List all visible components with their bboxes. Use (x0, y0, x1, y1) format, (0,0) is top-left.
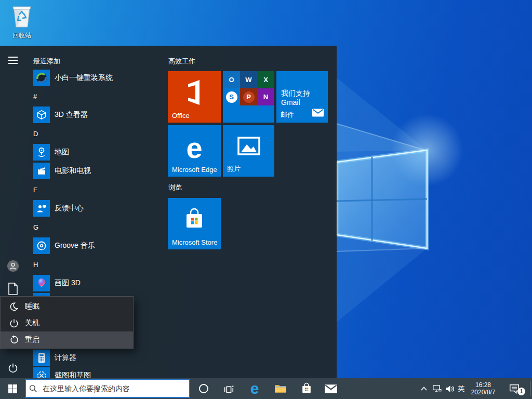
edge-taskbar-button[interactable]: e (244, 378, 265, 399)
power-menu-label: 关机 (25, 318, 39, 328)
user-account-button[interactable] (6, 259, 20, 273)
tile-label: 邮件 (281, 110, 294, 119)
app-item-label: 电影和电视 (55, 166, 91, 176)
network-ethernet-icon (432, 384, 442, 393)
language-indicator[interactable]: 英 (455, 378, 468, 399)
section-f[interactable]: F (33, 185, 37, 194)
outlook-icon: O (223, 71, 240, 88)
3d-viewer-icon (33, 107, 50, 123)
taskbar-search-box[interactable] (25, 379, 190, 398)
excel-icon: X (257, 71, 274, 88)
power-menu-shutdown[interactable]: 关机 (1, 315, 133, 331)
paint-3d-icon (33, 275, 50, 291)
recently-added-header: 最近添加 (33, 57, 60, 66)
document-icon (8, 283, 18, 295)
app-item-maps[interactable]: 地图 (33, 144, 163, 161)
start-menu: 最近添加 小白一键重装系统 # 3D 查看器 D 地图 电影和电视 (0, 46, 337, 378)
search-input[interactable] (42, 384, 186, 393)
store-taskbar-button[interactable] (296, 378, 317, 399)
app-item-label: Groove 音乐 (55, 241, 95, 250)
power-button[interactable] (6, 361, 20, 375)
volume-tray-button[interactable] (444, 378, 456, 399)
groove-music-icon (33, 237, 50, 254)
tile-photos[interactable]: 照片 (223, 125, 274, 177)
photos-icon (223, 137, 274, 155)
mail-live-text: 我们支持 Gmail (281, 89, 328, 107)
power-menu-sleep[interactable]: 睡眠 (1, 298, 133, 315)
app-item-label: 画图 3D (55, 278, 81, 288)
mail-icon (325, 384, 337, 393)
skype-icon: S (223, 88, 240, 105)
section-g[interactable]: G (33, 222, 38, 232)
recycle-bin-label: 回收站 (5, 31, 38, 40)
cortana-button[interactable] (193, 378, 214, 399)
app-item-calculator[interactable]: 计算器 (33, 350, 163, 366)
snip-sketch-icon (33, 367, 50, 378)
tile-label: Microsoft Store (172, 238, 217, 246)
shutdown-power-icon (9, 318, 19, 328)
hamburger-icon (8, 57, 18, 64)
app-item-label: 计算器 (55, 353, 76, 363)
speaker-icon (445, 384, 455, 393)
tile-edge[interactable]: e Microsoft Edge (168, 125, 221, 177)
app-item-label: 地图 (55, 148, 69, 157)
cortana-icon (198, 383, 209, 394)
tile-office[interactable]: Office (168, 71, 221, 123)
documents-button[interactable] (6, 282, 20, 296)
mail-envelope-icon (312, 109, 324, 119)
store-icon (168, 207, 221, 231)
power-icon (8, 363, 18, 373)
app-item-label: 截图和草图 (55, 371, 91, 378)
app-item-3d-viewer[interactable]: 3D 查看器 (33, 107, 163, 123)
power-menu-label: 重启 (25, 335, 39, 344)
power-menu-label: 睡眠 (25, 302, 39, 311)
app-item-label: 反馈中心 (55, 204, 84, 213)
task-view-button[interactable] (218, 378, 239, 399)
store-taskbar-icon (300, 382, 313, 395)
start-button[interactable] (0, 378, 25, 399)
section-hash[interactable]: # (33, 91, 37, 101)
app-item-paint-3d[interactable]: 画图 3D (33, 275, 163, 291)
tile-office-suite[interactable]: O W X S P N (223, 71, 274, 123)
tile-mail[interactable]: 我们支持 Gmail 邮件 (276, 71, 328, 123)
show-desktop-button[interactable] (530, 381, 530, 396)
app-item-feedback-hub[interactable]: 反馈中心 (33, 200, 163, 217)
app-item-label: 3D 查看器 (55, 110, 88, 119)
file-explorer-button[interactable] (270, 378, 291, 399)
clock-date: 2020/8/7 (471, 389, 496, 396)
office-suite-icons: O W X S P N (223, 71, 274, 105)
windows-logo-icon (8, 384, 17, 393)
menu-hamburger-button[interactable] (6, 54, 20, 67)
section-d[interactable]: D (33, 129, 38, 138)
office-logo-icon (168, 79, 221, 106)
app-item-snip-sketch[interactable]: 截图和草图 (33, 367, 163, 378)
group-header-productivity: 高效工作 (168, 57, 195, 66)
section-h[interactable]: H (33, 260, 38, 269)
calculator-icon (33, 350, 50, 366)
xiaobai-reinstall-icon (33, 70, 50, 86)
user-avatar-icon (7, 260, 19, 272)
app-item-label: 小白一键重装系统 (55, 73, 113, 83)
notification-badge: 1 (517, 388, 525, 395)
powerpoint-icon: P (240, 88, 257, 105)
app-item-groove[interactable]: Groove 音乐 (33, 237, 163, 254)
group-header-explore: 浏览 (168, 183, 182, 192)
recycle-bin[interactable]: 回收站 (5, 3, 38, 40)
word-icon: W (240, 71, 257, 88)
tile-label: 照片 (227, 164, 241, 174)
sleep-moon-icon (9, 302, 19, 311)
power-menu-restart[interactable]: 重启 (1, 331, 133, 348)
task-view-icon (223, 383, 234, 394)
network-tray-button[interactable] (431, 378, 443, 399)
app-item-xiaobai[interactable]: 小白一键重装系统 (33, 70, 163, 86)
mail-taskbar-button[interactable] (321, 378, 341, 399)
power-flyout-menu: 睡眠 关机 重启 (0, 296, 134, 349)
edge-icon: e (250, 381, 259, 396)
app-item-movies-tv[interactable]: 电影和电视 (33, 163, 163, 179)
tray-chevron-button[interactable] (418, 378, 430, 399)
tile-store[interactable]: Microsoft Store (168, 198, 221, 249)
taskbar-clock[interactable]: 16:28 2020/8/7 (468, 378, 499, 399)
edge-logo-icon: e (168, 132, 221, 164)
maps-icon (33, 144, 50, 161)
taskbar: e (0, 378, 532, 399)
